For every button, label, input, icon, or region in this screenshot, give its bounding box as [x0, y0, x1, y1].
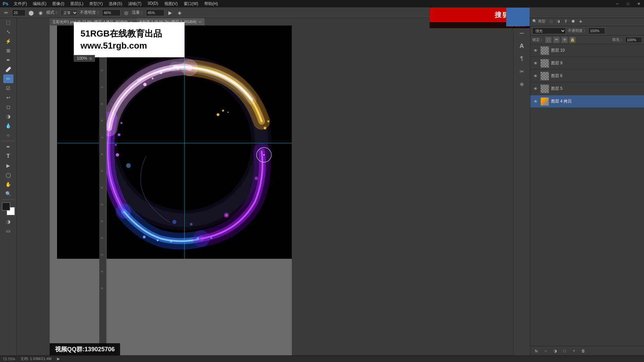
crop-tool[interactable]: ⊞	[3, 46, 13, 55]
svg-point-56	[172, 220, 176, 224]
eyedropper-tool[interactable]: ✒	[3, 56, 13, 64]
lock-transparent-icon[interactable]: ⬚	[545, 37, 551, 43]
minimize-button[interactable]: ─	[612, 0, 623, 7]
layer-eye-icon[interactable]: 👁	[533, 73, 538, 79]
pen-tool[interactable]: ✒	[3, 142, 13, 151]
maximize-button[interactable]: □	[623, 0, 633, 7]
foreground-swatch[interactable]	[2, 202, 10, 210]
lock-move-icon[interactable]: ✛	[561, 37, 568, 43]
ps-logo: Ps	[3, 1, 8, 6]
lock-label: 锁定：	[532, 37, 543, 42]
arrow-icon[interactable]: ▶	[57, 357, 60, 361]
menu-3d[interactable]: 3D(D)	[145, 0, 161, 7]
spot-heal-tool[interactable]: 🩹	[3, 65, 13, 74]
paragraph-btn[interactable]: ¶	[516, 53, 528, 64]
adjustment-button[interactable]: ◑	[552, 348, 558, 354]
clone-stamp-tool[interactable]: ☑	[3, 84, 13, 93]
rectangular-select-tool[interactable]: ⬚	[3, 18, 13, 27]
eraser-tool[interactable]: ◻	[3, 103, 13, 111]
blur-tool[interactable]: 💧	[3, 121, 13, 130]
svg-point-43	[116, 153, 119, 157]
fill-value[interactable]	[625, 37, 642, 43]
filter-shape-icon[interactable]: ⬟	[570, 18, 576, 24]
filter-pixel-icon[interactable]: □	[548, 18, 554, 24]
airbrush-icon[interactable]: ◎	[122, 9, 130, 16]
svg-text:2: 2	[100, 203, 104, 205]
filter-adjust-icon[interactable]: ◑	[555, 18, 561, 24]
svg-text:5: 5	[100, 270, 104, 272]
svg-point-60	[255, 177, 258, 180]
menu-layer[interactable]: 图层(L)	[68, 0, 86, 7]
group-button[interactable]: □	[561, 348, 568, 354]
menu-window[interactable]: 窗口(W)	[181, 0, 201, 7]
svg-point-40	[264, 127, 266, 129]
delete-layer-button[interactable]: 🗑	[580, 348, 587, 354]
close-button[interactable]: ✕	[633, 0, 644, 7]
new-layer-button[interactable]: +	[571, 348, 577, 354]
adjustments-btn[interactable]: ⊕	[516, 78, 528, 90]
filter-label: 🔍 类型	[532, 19, 545, 24]
filter-smart-icon[interactable]: ◈	[578, 18, 584, 24]
menu-view[interactable]: 视图(V)	[162, 0, 180, 7]
layer-item[interactable]: 👁 图层 6	[530, 70, 644, 82]
layer-item[interactable]: 👁 图层 10	[530, 44, 644, 57]
lasso-tool[interactable]: ⤡	[3, 27, 13, 36]
layers-lock-bar: 锁定： ⬚ ✏ ✛ 🔒 填充：	[530, 36, 644, 44]
menu-type[interactable]: 类型(Y)	[87, 0, 105, 7]
zoom-value: 100%	[77, 56, 87, 61]
menu-help[interactable]: 帮助(H)	[202, 0, 221, 7]
color-swatches[interactable]	[2, 202, 15, 215]
flow-input[interactable]	[146, 9, 164, 16]
svg-point-54	[143, 83, 147, 86]
path-select-tool[interactable]: ▶	[3, 161, 13, 170]
history-brush-tool[interactable]: ↩	[3, 93, 13, 102]
menu-select[interactable]: 选择(S)	[106, 0, 125, 7]
menu-file[interactable]: 文件(F)	[11, 0, 30, 7]
shape-tool[interactable]: ◯	[3, 171, 13, 179]
layer-name-active: 图层 4 拷贝	[551, 99, 641, 104]
tab-second-close[interactable]: ✕	[198, 20, 202, 24]
layer-eye-icon[interactable]: 👁	[533, 99, 538, 104]
svg-text:1: 1	[100, 86, 104, 88]
quick-select-tool[interactable]: ⚡	[3, 37, 13, 46]
opacity-value[interactable]	[588, 27, 605, 34]
qq-bar: 视频QQ群:139025706	[50, 343, 120, 355]
blend-mode-select[interactable]: 强光 正常 柔光 叠加	[532, 27, 566, 34]
brush-size-input[interactable]	[12, 9, 25, 16]
mask-button[interactable]: ○	[542, 348, 549, 354]
screen-mode-tool[interactable]: ▭	[3, 227, 13, 235]
text-tool[interactable]: T	[3, 152, 13, 161]
hand-tool[interactable]: ✋	[3, 180, 13, 189]
layer-eye-icon[interactable]: 👁	[533, 48, 538, 53]
menu-image[interactable]: 图像(I)	[50, 0, 67, 7]
lock-paint-icon[interactable]: ✏	[553, 37, 559, 43]
fx-button[interactable]: fx	[533, 348, 540, 354]
svg-text:0: 0	[100, 187, 104, 188]
brush-preset-icon[interactable]: ⬤	[28, 9, 35, 16]
mode-select[interactable]: 正常 强光 柔光	[60, 9, 78, 16]
menu-filter[interactable]: 滤镜(T)	[125, 0, 144, 7]
menu-edit[interactable]: 编辑(E)	[30, 0, 49, 7]
layers-bottom-bar: fx ○ ◑ □ + 🗑	[530, 346, 644, 355]
tablet-icon2[interactable]: ◈	[176, 9, 183, 16]
brush-tool[interactable]: ✏	[3, 74, 13, 83]
layer-eye-icon[interactable]: 👁	[533, 86, 538, 92]
text-btn[interactable]: A	[516, 40, 528, 52]
layer-item[interactable]: 👁 图层 9	[530, 57, 644, 70]
gradient-tool[interactable]: ◑	[3, 112, 13, 121]
lock-all-icon[interactable]: 🔒	[570, 37, 576, 43]
brush-mode-icon[interactable]: ◉	[37, 9, 44, 16]
filter-text-icon[interactable]: T	[563, 18, 569, 24]
layer-name: 图层 9	[551, 60, 641, 66]
dodge-tool[interactable]: ○	[3, 131, 13, 139]
3d-view-btn[interactable]: ─	[516, 27, 528, 39]
layer-item[interactable]: 👁 图层 5	[530, 82, 644, 95]
layer-eye-icon[interactable]: 👁	[533, 61, 538, 66]
scissors-btn[interactable]: ✂	[516, 66, 528, 77]
tablet-icon[interactable]: ▶	[166, 9, 174, 16]
zoom-tool[interactable]: 🔍	[3, 189, 13, 198]
layer-thumbnail	[540, 84, 549, 93]
quick-mask-tool[interactable]: ◑	[3, 217, 13, 226]
opacity-input[interactable]	[102, 9, 120, 16]
layer-item-active[interactable]: 👁 图层 4 拷贝	[530, 95, 644, 108]
